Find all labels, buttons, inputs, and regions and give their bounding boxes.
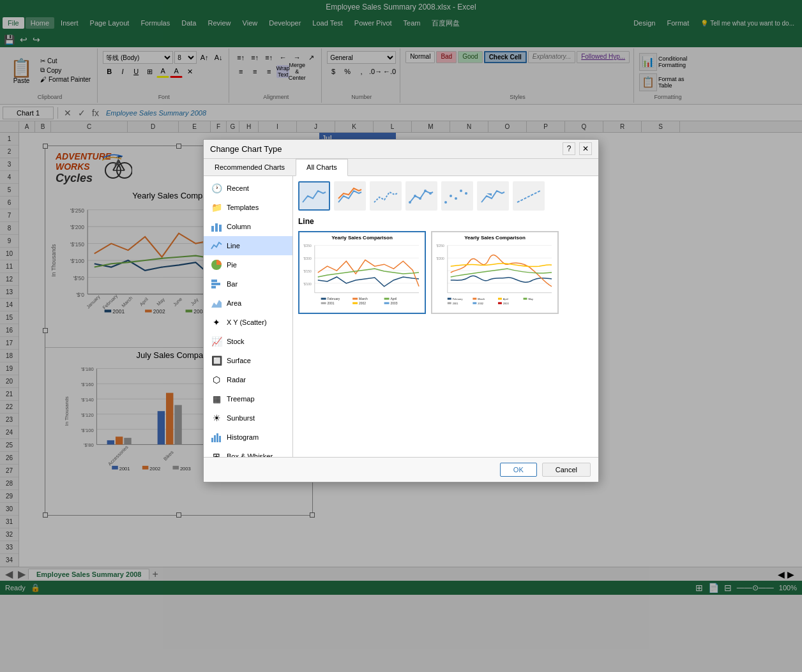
line-variant-6[interactable] [477,181,509,211]
chart-type-column[interactable]: Column [204,217,292,236]
svg-point-95 [465,192,467,195]
svg-rect-80 [211,286,216,288]
pie-icon [210,258,223,271]
svg-rect-83 [214,435,216,442]
chart-type-recent-label: Recent [227,184,249,192]
modal-overlay: Change Chart Type ? ✕ Recommended Charts… [0,0,802,595]
svg-text:2001: 2001 [453,301,458,304]
line-variant-3[interactable] [370,181,402,211]
svg-text:April: April [503,297,508,300]
treemap-icon: ▦ [210,392,223,405]
preview-1-svg: '$'250 '$'200 '$'150 '$'100 [302,242,422,309]
svg-rect-82 [211,438,213,442]
svg-rect-76 [219,225,222,232]
modal-controls: ? ✕ [563,142,592,155]
chart-type-line-label: Line [227,242,240,250]
line-variant-5[interactable] [441,181,473,211]
svg-text:'$'150: '$'150 [303,270,312,273]
svg-rect-108 [321,297,326,299]
svg-text:May: May [528,297,533,300]
chart-type-boxwhisker-label: Box & Whisker [227,452,273,457]
preview-2-title: Yearly Sales Comparison [435,235,555,241]
chart-type-line[interactable]: Line [204,236,292,255]
svg-text:2002: 2002 [359,301,366,304]
modal-title-bar: Change Chart Type ? ✕ [204,140,598,159]
ok-button[interactable]: OK [500,463,537,477]
svg-rect-130 [473,297,476,299]
svg-point-92 [450,195,452,197]
line-variant-2[interactable] [334,181,366,211]
chart-icon-row [298,181,593,211]
chart-type-histogram[interactable]: Histogram [204,428,292,447]
chart-type-bar[interactable]: Bar [204,274,292,294]
preview-1-title: Yearly Sales Comparison [302,235,422,241]
svg-text:February: February [328,297,340,300]
svg-rect-140 [498,302,502,304]
svg-text:March: March [359,297,368,300]
svg-point-94 [460,190,462,192]
modal-help-button[interactable]: ? [563,142,575,155]
modal-footer: OK Cancel [204,457,598,482]
tab-all-charts[interactable]: All Charts [296,159,348,176]
line-icon [210,239,223,252]
line-variant-7[interactable] [513,181,545,211]
svg-point-86 [409,201,411,204]
chart-type-pie[interactable]: Pie [204,255,292,274]
chart-type-column-label: Column [227,223,251,230]
chart-type-treemap[interactable]: ▦ Treemap [204,389,292,408]
chart-type-surface[interactable]: 🔲 Surface [204,351,292,370]
chart-type-radar-label: Radar [227,376,246,384]
svg-rect-79 [211,283,220,285]
area-icon [210,297,223,310]
svg-rect-138 [473,302,476,304]
svg-point-90 [429,192,432,195]
preview-2-svg: '$'250 '$'200 February March [435,242,555,309]
svg-rect-128 [448,297,451,299]
chart-type-radar[interactable]: ⬡ Radar [204,370,292,389]
chart-type-surface-label: Surface [227,357,251,364]
tab-recommended-charts[interactable]: Recommended Charts [204,159,296,175]
svg-text:'$'200: '$'200 [436,257,444,260]
svg-text:2001: 2001 [328,301,335,304]
chart-type-scatter[interactable]: ✦ X Y (Scatter) [204,313,292,332]
chart-variants-panel: Line Yearly Sales Comparison ' [293,176,598,457]
chart-preview-2[interactable]: Yearly Sales Comparison '$'250 '$'200 [431,231,559,314]
change-chart-type-dialog: Change Chart Type ? ✕ Recommended Charts… [203,139,599,482]
chart-type-templates-label: Templates [227,204,259,211]
chart-type-stock-label: Stock [227,338,245,345]
svg-point-88 [419,197,421,200]
line-variant-4[interactable] [405,181,437,211]
chart-type-boxwhisker[interactable]: ⊞ Box & Whisker [204,447,292,457]
cancel-button[interactable]: Cancel [542,463,591,477]
svg-line-97 [517,191,540,202]
svg-rect-74 [211,226,214,232]
templates-icon: 📁 [210,201,223,214]
svg-text:2002: 2002 [478,301,483,304]
chart-type-area[interactable]: Area [204,294,292,313]
scatter-icon: ✦ [210,316,223,329]
chart-type-pie-label: Pie [227,261,237,269]
bar-icon [210,278,223,290]
chart-type-recent[interactable]: 🕐 Recent [204,179,292,198]
chart-preview-1[interactable]: Yearly Sales Comparison '$'250 '$'200 '$… [298,231,426,314]
svg-point-87 [414,195,416,197]
svg-text:February: February [453,297,463,300]
svg-rect-114 [321,302,326,304]
chart-type-bar-label: Bar [227,280,238,288]
chart-type-sunburst[interactable]: ☀ Sunburst [204,408,292,428]
chart-type-templates[interactable]: 📁 Templates [204,198,292,217]
column-icon [210,220,223,233]
line-variant-1[interactable] [298,181,330,211]
chart-type-stock[interactable]: 📈 Stock [204,332,292,351]
svg-point-89 [424,190,427,192]
svg-rect-110 [352,297,358,299]
sunburst-icon: ☀ [210,412,223,424]
svg-text:April: April [391,297,397,300]
chart-type-area-label: Area [227,299,241,307]
modal-close-button[interactable]: ✕ [579,142,592,155]
svg-rect-118 [384,302,390,304]
svg-text:2003: 2003 [503,301,510,304]
svg-rect-85 [219,436,221,442]
svg-point-93 [455,197,457,200]
svg-text:'$'250: '$'250 [436,244,444,248]
